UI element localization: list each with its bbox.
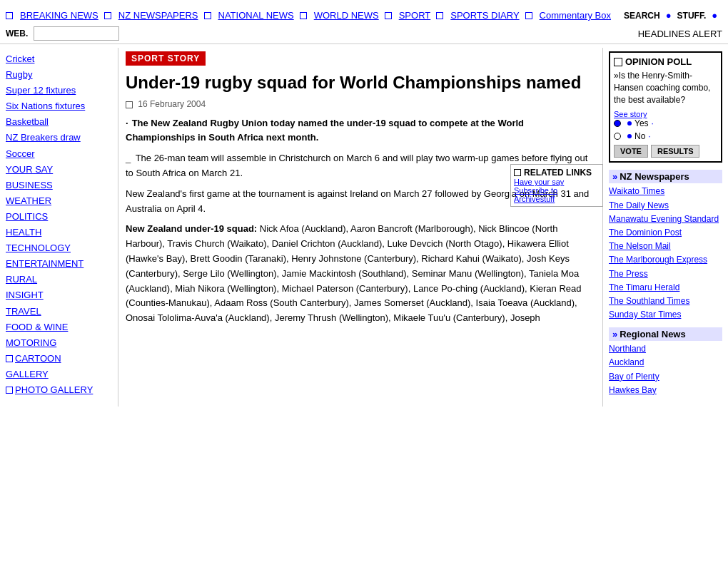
- nav-travel[interactable]: TRAVEL: [6, 304, 112, 320]
- nav-basketball[interactable]: Basketball: [6, 114, 112, 130]
- stuff-label: STUFF.: [677, 11, 707, 21]
- nav-box-sport: [385, 12, 392, 19]
- newspaper-daily-news[interactable]: The Daily News: [609, 199, 722, 213]
- nav-commentary-box[interactable]: Commentary Box: [540, 10, 611, 21]
- nav-soccer[interactable]: Soccer: [6, 146, 112, 162]
- page-wrapper: BREAKING NEWS NZ NEWSPAPERS NATIONAL NEW…: [0, 0, 728, 562]
- article-date: 16 February 2004: [126, 99, 595, 109]
- newspaper-dominion-post[interactable]: The Dominion Post: [609, 226, 722, 240]
- nav-box-sportsdiary: [436, 12, 443, 19]
- nav-cricket[interactable]: Cricket: [6, 51, 112, 67]
- nav-photo-gallery[interactable]: PHOTO GALLERY: [15, 382, 93, 398]
- related-links-title: RELATED LINKS: [524, 168, 592, 178]
- poll-option-yes: Yes ·: [614, 118, 717, 128]
- nav-health[interactable]: HEALTH: [6, 225, 112, 240]
- nav-rural[interactable]: RURAL: [6, 272, 112, 287]
- nav-box-commentary: [525, 12, 532, 19]
- newspaper-nelson-mail[interactable]: The Nelson Mail: [609, 240, 722, 253]
- nav-weather[interactable]: WEATHER: [6, 193, 112, 209]
- nav-technology[interactable]: TECHNOLOGY: [6, 240, 112, 256]
- nz-newspapers-section: NZ Newspapers Waikato Times The Daily Ne…: [609, 170, 722, 322]
- search-input[interactable]: [34, 26, 119, 41]
- poll-buttons: VOTE RESULTS: [614, 145, 717, 158]
- web-label: WEB.: [6, 29, 28, 39]
- regional-bay-of-plenty[interactable]: Bay of Plenty: [609, 370, 722, 384]
- poll-dot2-no: ·: [648, 131, 650, 141]
- newspaper-manawatu[interactable]: Manawatu Evening Standard: [609, 213, 722, 226]
- opinion-poll-title: OPINION POLL: [625, 56, 692, 67]
- newspaper-press[interactable]: The Press: [609, 267, 722, 281]
- poll-radio-yes-icon: [614, 120, 621, 127]
- squad-label: New Zealand under-19 squad:: [126, 223, 257, 234]
- nz-newspapers-title: NZ Newspapers: [620, 171, 689, 182]
- newspaper-southland[interactable]: The Southland Times: [609, 295, 722, 308]
- nav-business[interactable]: BUSINESS: [6, 178, 112, 193]
- top-nav: BREAKING NEWS NZ NEWSPAPERS NATIONAL NEW…: [0, 7, 728, 44]
- nav-six-nations[interactable]: Six Nations fixtures: [6, 98, 112, 114]
- nav-world-news[interactable]: WORLD NEWS: [314, 10, 379, 21]
- nav-cartoon[interactable]: CARTOON: [15, 351, 61, 367]
- vote-button[interactable]: VOTE: [614, 145, 648, 158]
- nav-cartoon-item: CARTOON: [6, 351, 112, 367]
- related-link-have-say[interactable]: Have your say: [514, 178, 600, 186]
- search-label: SEARCH: [624, 11, 660, 21]
- regional-news-title: Regional News: [620, 329, 685, 339]
- body-squad-para: New Zealand under-19 squad: Nick Afoa (A…: [126, 222, 595, 326]
- right-sidebar: OPINION POLL »Is the Henry-Smith-Hansen …: [603, 48, 728, 407]
- main-layout: Cricket Rugby Super 12 fixtures Six Nati…: [0, 48, 728, 407]
- nav-rugby[interactable]: Rugby: [6, 67, 112, 83]
- poll-question: »Is the Henry-Smith-Hansen coaching comb…: [614, 70, 717, 106]
- headlines-alert-link[interactable]: HEADLINES ALERT: [638, 29, 722, 39]
- regional-hawkes-bay[interactable]: Hawkes Bay: [609, 384, 722, 397]
- main-content: SPORT STORY Under-19 rugby squad for Wor…: [118, 48, 603, 407]
- nav-insight[interactable]: INSIGHT: [6, 287, 112, 303]
- regional-news-label: Regional News: [609, 327, 722, 341]
- newspaper-sunday-star[interactable]: Sunday Star Times: [609, 308, 722, 322]
- opinion-poll-header: OPINION POLL: [614, 56, 717, 67]
- article-title: Under-19 rugby squad for World Champions…: [126, 71, 595, 93]
- nav-super12[interactable]: Super 12 fixtures: [6, 83, 112, 98]
- nav-box-nationalnews: [204, 12, 211, 19]
- date-text: 16 February 2004: [138, 99, 206, 109]
- poll-dot-no: [627, 134, 632, 138]
- poll-dot-yes: [627, 121, 632, 126]
- sport-story-banner: SPORT STORY: [126, 51, 206, 66]
- date-icon: [126, 101, 133, 108]
- nav-box-photo-gallery: [6, 387, 13, 394]
- opinion-poll: OPINION POLL »Is the Henry-Smith-Hansen …: [609, 51, 722, 163]
- regional-auckland[interactable]: Auckland: [609, 356, 722, 369]
- newspaper-waikato-times[interactable]: Waikato Times: [609, 185, 722, 198]
- poll-dot2-yes: ·: [652, 118, 654, 128]
- newspaper-marlborough[interactable]: The Marlborough Express: [609, 253, 722, 267]
- results-button[interactable]: RESULTS: [651, 145, 700, 158]
- newspaper-timaru[interactable]: The Timaru Herald: [609, 281, 722, 295]
- regional-news-section: Regional News Northland Auckland Bay of …: [609, 327, 722, 397]
- nav-entertainment[interactable]: ENTERTAINMENT: [6, 256, 112, 272]
- nav-nz-newspapers[interactable]: NZ NEWSPAPERS: [118, 10, 198, 21]
- nav-photo-gallery-item: PHOTO GALLERY: [6, 382, 112, 398]
- squad-text: Nick Afoa (Auckland), Aaron Bancroft (Ma…: [126, 223, 582, 323]
- related-links: RELATED LINKS Have your say Subscribe to…: [510, 164, 603, 207]
- poll-see-story-link[interactable]: See story: [614, 110, 717, 118]
- nav-sports-diary[interactable]: SPORTS DIARY: [450, 10, 519, 21]
- poll-no-label: No: [635, 131, 645, 141]
- nav-national-news[interactable]: NATIONAL NEWS: [218, 10, 294, 21]
- related-links-header: RELATED LINKS: [514, 168, 600, 178]
- related-links-checkbox-icon: [514, 169, 521, 176]
- nav-breaking-news[interactable]: BREAKING NEWS: [20, 10, 98, 21]
- nav-sport[interactable]: SPORT: [399, 10, 431, 21]
- nav-gallery[interactable]: GALLERY: [6, 367, 112, 382]
- stuff-dot-icon: ●: [712, 10, 717, 21]
- poll-yes-label: Yes: [635, 118, 649, 128]
- nav-your-say[interactable]: YOUR SAY: [6, 162, 112, 178]
- nav-food-wine[interactable]: FOOD & WINE: [6, 320, 112, 335]
- nav-motoring[interactable]: MOTORING: [6, 335, 112, 351]
- nav-nz-breakers[interactable]: NZ Breakers draw: [6, 130, 112, 145]
- poll-radio-no-icon: [614, 133, 621, 140]
- poll-option-no: No ·: [614, 131, 717, 141]
- article-lead: The New Zealand Rugby Union today named …: [126, 116, 595, 144]
- regional-northland[interactable]: Northland: [609, 342, 722, 356]
- related-link-archivestuff[interactable]: Subscribe to Archivestuff: [514, 186, 600, 203]
- search-dot-icon: ●: [666, 10, 672, 21]
- nav-politics[interactable]: POLITICS: [6, 209, 112, 225]
